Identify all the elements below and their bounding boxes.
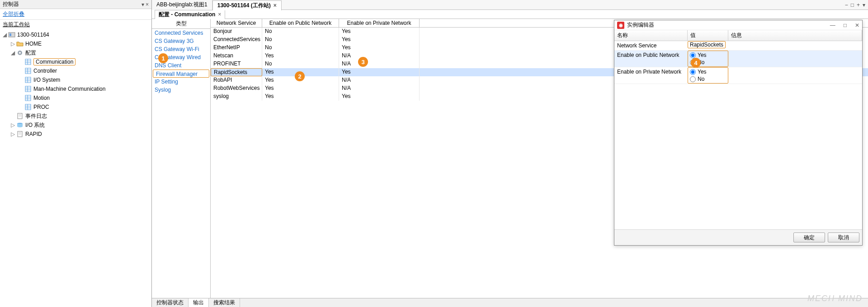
tree-label: PROC	[33, 104, 49, 110]
service-header[interactable]: Network Service	[211, 19, 262, 27]
grid-icon	[24, 94, 32, 102]
maximize-icon[interactable]: □	[844, 22, 847, 28]
tree-item-proc[interactable]: PROC	[2, 102, 151, 112]
radio-input[interactable]	[690, 52, 696, 58]
editor-col-name: 名称	[614, 30, 688, 41]
grid-icon	[24, 67, 32, 74]
expander-icon[interactable]: ◢	[2, 32, 7, 37]
svg-rect-16	[25, 86, 31, 92]
service-priv: Yes	[339, 36, 420, 44]
editor-row-name: Enable on Private Network	[614, 67, 688, 84]
annotation-3: 3	[358, 57, 368, 67]
editor-body: Network ServiceRapidSocketsEnable on Pub…	[614, 41, 862, 229]
bottom-tab-2[interactable]: 搜索结果	[209, 298, 240, 307]
type-item-syslog[interactable]: Syslog	[152, 86, 210, 94]
window-control-icon[interactable]: ▾	[863, 2, 865, 8]
editor-title-bar[interactable]: ◉ 实例编辑器 — □ ✕	[614, 20, 862, 30]
radio-option-no[interactable]: No	[690, 76, 726, 82]
service-name: ConnectedServices	[211, 36, 262, 44]
tree-label: 配置	[25, 49, 36, 57]
tree-label: 1300-501164	[17, 32, 49, 38]
radio-option-yes[interactable]: Yes	[690, 52, 726, 58]
editor-app-icon: ◉	[617, 22, 624, 29]
editor-row-value[interactable]: RapidSockets	[688, 41, 728, 50]
tree-item-i/o-system[interactable]: I/O System	[2, 75, 151, 84]
svg-rect-4	[25, 59, 31, 65]
service-name: PROFINET	[211, 60, 262, 68]
service-name: Netscan	[211, 52, 262, 60]
tree-label: 事件日志	[25, 112, 47, 120]
radio-group: Yes No	[688, 67, 728, 84]
tab-1300-501164-[interactable]: 1300-501164 (工作站)×	[212, 0, 282, 10]
annotation-1: 1	[158, 53, 168, 63]
tree-item-事件日志[interactable]: 事件日志	[2, 112, 151, 121]
radio-option-yes[interactable]: Yes	[690, 69, 726, 75]
grid-icon	[24, 85, 32, 93]
tree-label: Communication	[33, 58, 75, 65]
bottom-tab-1[interactable]: 输出	[189, 298, 209, 307]
ok-button[interactable]: 确定	[793, 233, 825, 242]
close-icon[interactable]: ×	[218, 11, 221, 18]
window-control-icon[interactable]: □	[851, 2, 854, 8]
type-item-connected-services[interactable]: Connected Services	[152, 29, 210, 37]
close-icon[interactable]: ✕	[855, 22, 859, 28]
service-priv: N/A	[339, 84, 420, 93]
window-control-icon[interactable]: −	[845, 2, 848, 8]
collapse-all-link[interactable]: 全部折叠	[0, 9, 151, 20]
tab-abb-beijinglab-1[interactable]: ABB-beijinglab:视图1	[152, 0, 212, 10]
service-pub: No	[262, 44, 339, 52]
service-header[interactable]: Enable on Public Network	[262, 19, 339, 27]
service-priv: N/A	[339, 76, 420, 84]
tree-item-配置[interactable]: ◢配置	[2, 48, 151, 57]
editor-header-row: 名称 值 信息	[614, 30, 862, 41]
service-name: RobAPI	[211, 76, 262, 84]
service-header[interactable]: Enable on Private Network	[339, 19, 420, 27]
expander-icon[interactable]: ▷	[10, 131, 15, 137]
tab-bar: ABB-beijinglab:视图11300-501164 (工作站)×−□+▾	[152, 0, 868, 10]
radio-input[interactable]	[690, 76, 696, 82]
type-item-firewall-manager[interactable]: Firewall Manager	[153, 70, 209, 78]
grid-icon	[24, 76, 32, 84]
tree-item-man-machine-communication[interactable]: Man-Machine Communication	[2, 84, 151, 93]
bottom-tab-0[interactable]: 控制器状态	[152, 298, 189, 307]
section-header: 当前工作站	[0, 20, 151, 29]
service-name: EtherNetIP	[211, 44, 262, 52]
expander-icon[interactable]: ▷	[10, 41, 15, 47]
service-pub: Yes	[262, 52, 339, 60]
editor-row-info	[728, 67, 862, 84]
window-control-icon[interactable]: +	[857, 2, 860, 8]
tree-item-i/o-系统[interactable]: ▷I/O 系统	[2, 121, 151, 130]
annotation-4: 4	[691, 58, 701, 68]
tree-item-communication[interactable]: Communication	[2, 57, 151, 66]
service-pub: Yes	[262, 84, 339, 93]
radio-input[interactable]	[690, 69, 696, 75]
editor-value: RapidSockets	[688, 41, 726, 48]
type-item-ip-setting[interactable]: IP Setting	[152, 78, 210, 86]
expander-icon[interactable]: ▷	[10, 122, 15, 128]
tree-item-controller[interactable]: Controller	[2, 66, 151, 75]
service-pub: No	[262, 60, 339, 68]
editor-row-name: Network Service	[614, 41, 688, 50]
close-icon[interactable]: ×	[274, 2, 277, 9]
config-tab[interactable]: 配置 - Communication ×	[155, 10, 225, 19]
grid-icon	[24, 58, 32, 65]
expander-icon[interactable]: ◢	[10, 50, 15, 56]
service-name: syslog	[211, 93, 262, 101]
tree-item-1300-501164[interactable]: ◢1300-501164	[2, 30, 151, 39]
tree-item-motion[interactable]: Motion	[2, 93, 151, 102]
tree-label: Man-Machine Communication	[33, 86, 105, 92]
tree-item-rapid[interactable]: ▷RAPID	[2, 130, 151, 139]
cancel-button[interactable]: 取消	[828, 233, 859, 242]
service-name: RapidSockets	[211, 68, 262, 76]
service-priv: Yes	[339, 44, 420, 52]
type-item-cs-gateway-3g[interactable]: CS Gateway 3G	[152, 37, 210, 45]
service-priv: Yes	[339, 68, 420, 76]
minimize-icon[interactable]: —	[830, 22, 835, 28]
pin-icon[interactable]: ▾ ×	[142, 1, 149, 8]
editor-row-value[interactable]: Yes No	[688, 67, 728, 84]
svg-point-3	[19, 52, 21, 54]
tree-item-home[interactable]: ▷HOME	[2, 39, 151, 48]
svg-rect-12	[25, 77, 31, 83]
svg-rect-24	[25, 104, 31, 110]
type-item-cs-gateway-wi-fi[interactable]: CS Gateway Wi-Fi	[152, 45, 210, 53]
